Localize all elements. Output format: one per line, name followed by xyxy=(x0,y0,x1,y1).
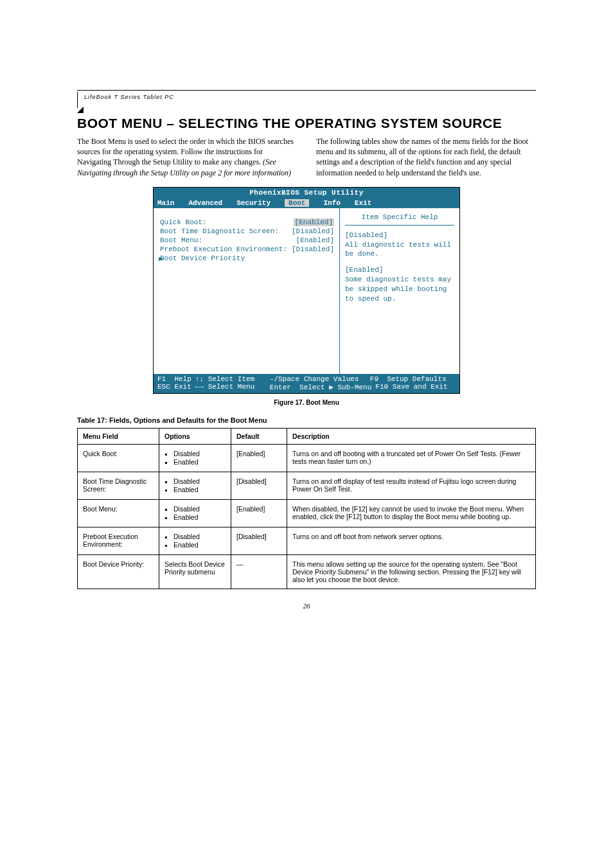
help-line: [Enabled] xyxy=(345,265,454,275)
bios-menubar: Main Advanced Security Boot Info Exit xyxy=(154,198,459,208)
cell-options: Disabled Enabled xyxy=(159,499,231,527)
cell-field: Quick Boot: xyxy=(78,444,159,472)
header-product-line: LifeBook T Series Tablet PC xyxy=(77,92,536,108)
option-item: Enabled xyxy=(173,513,226,521)
cell-default: [Enabled] xyxy=(231,444,287,472)
bios-value: [Enabled] xyxy=(294,218,334,226)
option-item: Disabled xyxy=(173,477,226,485)
th-description: Description xyxy=(287,428,536,444)
bios-label: Boot Menu: xyxy=(160,236,202,244)
bios-value: [Disabled] xyxy=(292,245,334,253)
bios-row-quick-boot[interactable]: Quick Boot: [Enabled] xyxy=(160,218,334,226)
bios-tab-security[interactable]: Security xyxy=(236,199,271,207)
bios-titlebar: PhoenixBIOS Setup Utility xyxy=(154,188,459,198)
option-item: Disabled xyxy=(173,533,226,540)
key-exit: Exit xyxy=(174,383,191,391)
bios-row-diag-screen[interactable]: Boot Time Diagnostic Screen: [Disabled] xyxy=(160,227,334,235)
bios-help-panel: Item Specific Help [Disabled] All diagno… xyxy=(340,208,459,374)
key-select-sub: Select ▶ Sub-Menu xyxy=(299,384,371,391)
key-f10: F10 xyxy=(375,383,388,391)
bios-value: [Enabled] xyxy=(296,236,334,244)
cell-field: Boot Menu: xyxy=(78,499,159,527)
th-options: Options xyxy=(159,428,231,444)
bios-help-title: Item Specific Help xyxy=(345,213,454,226)
figure-caption: Figure 17. Boot Menu xyxy=(77,399,536,406)
cell-desc: When disabled, the [F12] key cannot be u… xyxy=(287,499,536,527)
bios-tab-main[interactable]: Main xyxy=(157,199,174,207)
key-f1: F1 xyxy=(157,375,166,383)
bios-window: PhoenixBIOS Setup Utility Main Advanced … xyxy=(153,187,460,394)
cell-desc: Turns on and off display of test results… xyxy=(287,472,536,499)
option-item: Enabled xyxy=(173,458,226,466)
th-menu-field: Menu Field xyxy=(78,428,159,444)
intro-left-text: The Boot Menu is used to select the orde… xyxy=(77,137,294,166)
bios-tab-advanced[interactable]: Advanced xyxy=(188,199,222,207)
bios-tab-boot[interactable]: Boot xyxy=(285,199,309,207)
cell-field: Preboot Execution Environment: xyxy=(78,527,159,554)
header-triangle-icon xyxy=(77,107,84,113)
key-change-values: Change Values xyxy=(304,375,359,383)
bios-help-body: [Disabled] All diagnostic tests will be … xyxy=(345,231,454,304)
cell-default: [Disabled] xyxy=(231,527,287,554)
table-row: Boot Device Priority: Selects Boot Devic… xyxy=(78,554,536,589)
key-setup-defaults: Setup Defaults xyxy=(387,375,446,383)
bios-value: [Disabled] xyxy=(292,227,334,235)
product-line-text: LifeBook T Series Tablet PC xyxy=(84,94,174,100)
option-item: Enabled xyxy=(173,541,226,549)
cell-field: Boot Device Priority: xyxy=(78,554,159,589)
key-enter: Enter xyxy=(270,384,291,391)
key-help: Help xyxy=(174,375,191,383)
table-title: Table 17: Fields, Options and Defaults f… xyxy=(77,416,536,424)
cell-desc: Turns on and off boot from network serve… xyxy=(287,527,536,554)
key-save-exit: Save and Exit xyxy=(393,383,448,391)
key-f9: F9 xyxy=(370,375,378,383)
bios-tab-exit[interactable]: Exit xyxy=(355,199,371,207)
cell-field: Boot Time Diagnostic Screen: xyxy=(78,472,159,499)
cell-options: Disabled Enabled xyxy=(159,444,231,472)
key-select-item: Select Item xyxy=(208,375,255,383)
intro-right: The following tables show the names of t… xyxy=(316,136,536,178)
cell-options: Selects Boot Device Priority submenu xyxy=(159,554,231,589)
bios-label: Preboot Execution Environment: xyxy=(160,245,287,253)
page-title: BOOT MENU – SELECTING THE OPERATING SYST… xyxy=(77,116,536,131)
bios-label: Quick Boot: xyxy=(160,218,207,226)
options-table: Menu Field Options Default Description Q… xyxy=(77,428,536,589)
table-row: Preboot Execution Environment: Disabled … xyxy=(78,527,536,554)
table-row: Quick Boot: Disabled Enabled [Enabled] T… xyxy=(78,444,536,472)
intro-left: The Boot Menu is used to select the orde… xyxy=(77,136,297,178)
bios-tab-info[interactable]: Info xyxy=(323,199,340,207)
bios-label: Boot Time Diagnostic Screen: xyxy=(160,227,279,235)
table-row: Boot Menu: Disabled Enabled [Enabled] Wh… xyxy=(78,499,536,527)
bios-row-preboot-exec[interactable]: Preboot Execution Environment: [Disabled… xyxy=(160,245,334,253)
option-item: Disabled xyxy=(173,505,226,513)
key-esc: ESC xyxy=(157,383,170,391)
help-line: [Disabled] xyxy=(345,231,454,240)
bios-label: Boot Device Priority xyxy=(160,254,245,262)
help-line: Some diagnostic tests may be skipped whi… xyxy=(345,275,454,304)
key-updown: ↑↓ xyxy=(195,375,204,383)
bios-footer: F1 Help ↑↓ Select Item -/Space Change Va… xyxy=(154,374,459,393)
cell-options: Disabled Enabled xyxy=(159,527,231,554)
page-number: 26 xyxy=(77,602,536,610)
help-line: All diagnostic tests will be done. xyxy=(345,240,454,260)
cell-default: [Enabled] xyxy=(231,499,287,527)
bios-body-left: Quick Boot: [Enabled] Boot Time Diagnost… xyxy=(154,208,340,374)
key-minus-space: -/Space xyxy=(270,375,299,383)
cell-desc: Turns on and off booting with a truncate… xyxy=(287,444,536,472)
cell-default: — xyxy=(231,554,287,589)
option-item: Disabled xyxy=(173,450,226,457)
bios-row-boot-menu[interactable]: Boot Menu: [Enabled] xyxy=(160,236,334,244)
table-row: Boot Time Diagnostic Screen: Disabled En… xyxy=(78,472,536,499)
cell-desc: This menu allows setting up the source f… xyxy=(287,554,536,589)
key-lr: ←→ xyxy=(195,383,204,391)
submenu-caret-icon: ▶ xyxy=(159,254,163,263)
bios-row-boot-device-priority[interactable]: ▶ Boot Device Priority xyxy=(160,254,334,262)
cell-options: Disabled Enabled xyxy=(159,472,231,499)
th-default: Default xyxy=(231,428,287,444)
cell-default: [Disabled] xyxy=(231,472,287,499)
option-item: Enabled xyxy=(173,486,226,493)
key-select-menu: Select Menu xyxy=(208,383,255,391)
